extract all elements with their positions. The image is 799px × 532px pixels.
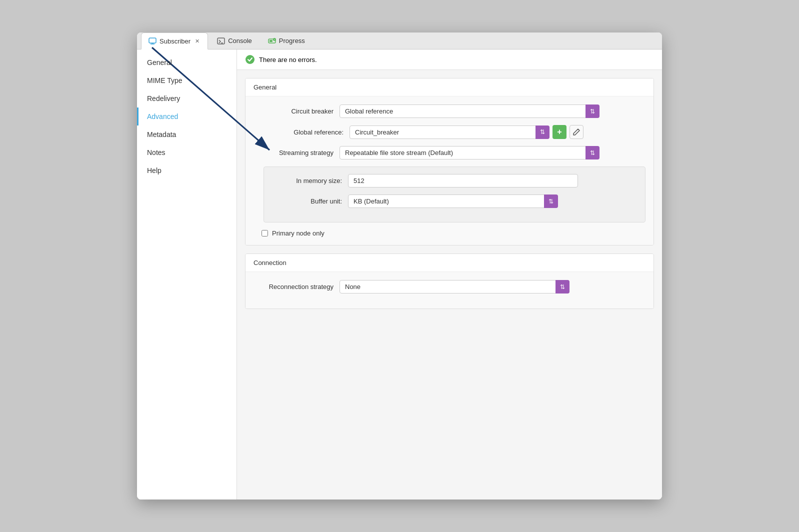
reconnection-strategy-row: Reconnection strategy None Standard reco…	[254, 280, 646, 294]
tab-subscriber[interactable]: Subscriber ✕	[141, 32, 208, 50]
global-reference-wrapper: Circuit_breaker ⇅	[350, 126, 550, 139]
status-message: There are no errors.	[259, 56, 317, 64]
main-window: Subscriber ✕ Console ✓	[137, 32, 662, 500]
sidebar-item-redelivery[interactable]: Redelivery	[137, 90, 236, 108]
progress-tab-icon: ✓	[268, 37, 276, 45]
progress-tab-label: Progress	[279, 37, 305, 44]
general-section-content: Circuit breaker Global reference None Cu…	[246, 96, 654, 245]
tab-progress[interactable]: ✓ Progress	[261, 33, 312, 49]
in-memory-size-input[interactable]	[348, 174, 578, 188]
sidebar-item-help[interactable]: Help	[137, 162, 236, 180]
subscriber-tab-icon	[148, 37, 156, 45]
sidebar: General MIME Type Redelivery Advanced Me…	[137, 50, 237, 500]
console-tab-icon	[217, 37, 225, 45]
in-memory-size-label: In memory size:	[272, 177, 342, 184]
svg-text:✓: ✓	[274, 38, 276, 41]
primary-node-only-label[interactable]: Primary node only	[272, 230, 324, 237]
circuit-breaker-row: Circuit breaker Global reference None Cu…	[254, 104, 646, 118]
primary-node-only-row: Primary node only	[262, 230, 646, 237]
sidebar-item-general[interactable]: General	[137, 54, 236, 72]
circuit-breaker-label: Circuit breaker	[254, 108, 334, 115]
in-memory-size-row: In memory size:	[272, 174, 637, 188]
global-reference-row: Global reference: Circuit_breaker ⇅ +	[264, 125, 646, 139]
buffer-unit-row: Buffer unit: KB (Default) MB GB Byte ⇅	[272, 194, 637, 208]
buffer-unit-label: Buffer unit:	[272, 198, 342, 205]
streaming-strategy-label: Streaming strategy	[254, 149, 334, 156]
streaming-options-subsection: In memory size: Buffer unit: KB (Default…	[264, 166, 646, 222]
streaming-strategy-wrapper: Repeatable file store stream (Default) N…	[340, 146, 600, 160]
svg-point-11	[246, 55, 254, 64]
svg-rect-8	[270, 40, 272, 42]
content-area: There are no errors. General Circuit bre…	[237, 50, 662, 500]
connection-section-title: Connection	[246, 254, 654, 272]
subscriber-tab-label: Subscriber	[160, 38, 190, 45]
sidebar-item-metadata[interactable]: Metadata	[137, 126, 236, 144]
success-icon	[245, 54, 255, 64]
add-global-reference-button[interactable]: +	[552, 125, 566, 139]
global-reference-label: Global reference:	[264, 128, 344, 136]
sidebar-item-notes[interactable]: Notes	[137, 144, 236, 162]
circuit-breaker-wrapper: Global reference None Custom ⇅	[340, 104, 600, 118]
edit-global-reference-button[interactable]	[570, 125, 584, 139]
reconnection-strategy-label: Reconnection strategy	[254, 283, 334, 290]
global-reference-container: Circuit_breaker ⇅ +	[350, 125, 584, 139]
streaming-strategy-row: Streaming strategy Repeatable file store…	[254, 146, 646, 160]
subscriber-tab-close[interactable]: ✕	[194, 38, 200, 44]
circuit-breaker-select[interactable]: Global reference None Custom	[340, 104, 600, 118]
primary-node-only-checkbox[interactable]	[262, 230, 268, 236]
tab-bar: Subscriber ✕ Console ✓	[137, 32, 662, 50]
sidebar-item-mime-type[interactable]: MIME Type	[137, 72, 236, 90]
connection-section-content: Reconnection strategy None Standard reco…	[246, 272, 654, 308]
general-section-title: General	[246, 78, 654, 96]
reconnection-strategy-select[interactable]: None Standard reconnection Forever recon…	[340, 280, 570, 294]
svg-rect-2	[149, 38, 156, 43]
connection-section: Connection Reconnection strategy None St…	[245, 254, 654, 309]
reconnection-strategy-wrapper: None Standard reconnection Forever recon…	[340, 280, 570, 294]
buffer-unit-select[interactable]: KB (Default) MB GB Byte	[348, 194, 558, 208]
tab-console[interactable]: Console	[210, 33, 259, 49]
streaming-strategy-select[interactable]: Repeatable file store stream (Default) N…	[340, 146, 600, 160]
general-section: General Circuit breaker Global reference…	[245, 78, 654, 246]
buffer-unit-wrapper: KB (Default) MB GB Byte ⇅	[348, 194, 558, 208]
global-reference-select[interactable]: Circuit_breaker	[350, 126, 550, 139]
sidebar-item-advanced[interactable]: Advanced	[137, 108, 236, 126]
console-tab-label: Console	[228, 37, 252, 44]
main-layout: General MIME Type Redelivery Advanced Me…	[137, 50, 662, 500]
status-bar: There are no errors.	[237, 50, 662, 70]
